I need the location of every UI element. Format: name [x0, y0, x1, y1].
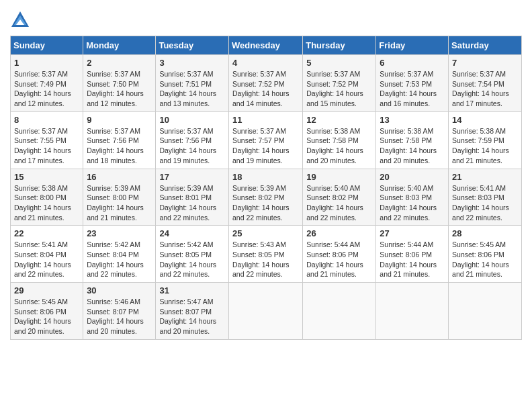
calendar-cell: 13Sunrise: 5:38 AM Sunset: 7:58 PM Dayli… — [376, 111, 449, 169]
day-info: Sunrise: 5:38 AM Sunset: 7:58 PM Dayligh… — [306, 126, 372, 166]
calendar-cell: 9Sunrise: 5:37 AM Sunset: 7:56 PM Daylig… — [83, 111, 156, 169]
day-number: 8 — [14, 115, 79, 125]
day-number: 29 — [14, 285, 79, 295]
calendar-cell: 21Sunrise: 5:41 AM Sunset: 8:03 PM Dayli… — [449, 169, 522, 226]
day-number: 17 — [159, 172, 225, 182]
day-info: Sunrise: 5:41 AM Sunset: 8:04 PM Dayligh… — [14, 240, 79, 279]
day-info: Sunrise: 5:37 AM Sunset: 7:50 PM Dayligh… — [87, 69, 152, 109]
day-number: 31 — [159, 285, 225, 295]
calendar-cell: 12Sunrise: 5:38 AM Sunset: 7:58 PM Dayli… — [303, 111, 376, 169]
day-info: Sunrise: 5:37 AM Sunset: 7:49 PM Dayligh… — [14, 69, 79, 109]
day-info: Sunrise: 5:37 AM Sunset: 7:52 PM Dayligh… — [306, 69, 372, 109]
calendar-cell — [303, 283, 376, 340]
calendar-cell: 10Sunrise: 5:37 AM Sunset: 7:56 PM Dayli… — [156, 111, 229, 169]
calendar-cell: 16Sunrise: 5:39 AM Sunset: 8:00 PM Dayli… — [83, 169, 156, 226]
calendar-cell: 26Sunrise: 5:44 AM Sunset: 8:06 PM Dayli… — [303, 226, 376, 283]
day-info: Sunrise: 5:42 AM Sunset: 8:04 PM Dayligh… — [87, 240, 152, 279]
day-info: Sunrise: 5:46 AM Sunset: 8:07 PM Dayligh… — [87, 297, 152, 336]
day-number: 5 — [306, 58, 372, 68]
calendar-cell: 3Sunrise: 5:37 AM Sunset: 7:51 PM Daylig… — [156, 55, 229, 112]
day-number: 18 — [232, 172, 299, 182]
day-info: Sunrise: 5:45 AM Sunset: 8:06 PM Dayligh… — [14, 297, 79, 336]
day-number: 10 — [159, 115, 225, 125]
day-number: 25 — [232, 228, 299, 238]
week-row-3: 15Sunrise: 5:38 AM Sunset: 8:00 PM Dayli… — [11, 169, 522, 226]
day-number: 3 — [159, 58, 225, 68]
week-row-4: 22Sunrise: 5:41 AM Sunset: 8:04 PM Dayli… — [11, 226, 522, 283]
day-info: Sunrise: 5:37 AM Sunset: 7:53 PM Dayligh… — [380, 69, 445, 109]
calendar-cell: 30Sunrise: 5:46 AM Sunset: 8:07 PM Dayli… — [83, 283, 156, 340]
day-info: Sunrise: 5:37 AM Sunset: 7:52 PM Dayligh… — [232, 69, 299, 109]
header-monday: Monday — [83, 36, 156, 55]
calendar-cell: 22Sunrise: 5:41 AM Sunset: 8:04 PM Dayli… — [11, 226, 83, 283]
header-friday: Friday — [376, 36, 449, 55]
calendar-cell: 20Sunrise: 5:40 AM Sunset: 8:03 PM Dayli… — [376, 169, 449, 226]
day-info: Sunrise: 5:44 AM Sunset: 8:06 PM Dayligh… — [380, 240, 445, 279]
calendar-cell: 4Sunrise: 5:37 AM Sunset: 7:52 PM Daylig… — [228, 55, 302, 112]
calendar-cell: 24Sunrise: 5:42 AM Sunset: 8:05 PM Dayli… — [156, 226, 229, 283]
day-number: 15 — [14, 172, 79, 182]
day-number: 6 — [380, 58, 445, 68]
day-number: 13 — [380, 115, 445, 125]
week-row-2: 8Sunrise: 5:37 AM Sunset: 7:55 PM Daylig… — [11, 111, 522, 169]
day-info: Sunrise: 5:45 AM Sunset: 8:06 PM Dayligh… — [452, 240, 518, 279]
day-number: 20 — [380, 172, 445, 182]
calendar-cell: 29Sunrise: 5:45 AM Sunset: 8:06 PM Dayli… — [11, 283, 83, 340]
day-info: Sunrise: 5:41 AM Sunset: 8:03 PM Dayligh… — [452, 183, 518, 223]
calendar-cell — [228, 283, 302, 340]
calendar-cell: 15Sunrise: 5:38 AM Sunset: 8:00 PM Dayli… — [11, 169, 83, 226]
day-info: Sunrise: 5:40 AM Sunset: 8:03 PM Dayligh… — [380, 183, 445, 223]
day-number: 23 — [87, 228, 152, 238]
day-info: Sunrise: 5:40 AM Sunset: 8:02 PM Dayligh… — [306, 183, 372, 223]
header — [10, 7, 522, 30]
calendar-cell — [449, 283, 522, 340]
calendar-cell: 14Sunrise: 5:38 AM Sunset: 7:59 PM Dayli… — [449, 111, 522, 169]
day-info: Sunrise: 5:42 AM Sunset: 8:05 PM Dayligh… — [159, 240, 225, 279]
logo-icon — [10, 10, 30, 30]
day-number: 2 — [87, 58, 152, 68]
header-sunday: Sunday — [11, 36, 83, 55]
day-info: Sunrise: 5:44 AM Sunset: 8:06 PM Dayligh… — [306, 240, 372, 279]
header-thursday: Thursday — [303, 36, 376, 55]
week-row-5: 29Sunrise: 5:45 AM Sunset: 8:06 PM Dayli… — [11, 283, 522, 340]
day-number: 7 — [452, 58, 518, 68]
logo — [10, 10, 33, 30]
day-number: 16 — [87, 172, 152, 182]
day-info: Sunrise: 5:38 AM Sunset: 8:00 PM Dayligh… — [14, 183, 79, 223]
day-info: Sunrise: 5:37 AM Sunset: 7:51 PM Dayligh… — [159, 69, 225, 109]
day-number: 30 — [87, 285, 152, 295]
day-number: 12 — [306, 115, 372, 125]
day-info: Sunrise: 5:39 AM Sunset: 8:02 PM Dayligh… — [232, 183, 299, 223]
day-info: Sunrise: 5:37 AM Sunset: 7:54 PM Dayligh… — [452, 69, 518, 109]
day-info: Sunrise: 5:37 AM Sunset: 7:56 PM Dayligh… — [87, 126, 152, 166]
day-number: 14 — [452, 115, 518, 125]
calendar-cell: 25Sunrise: 5:43 AM Sunset: 8:05 PM Dayli… — [228, 226, 302, 283]
calendar-cell: 6Sunrise: 5:37 AM Sunset: 7:53 PM Daylig… — [376, 55, 449, 112]
calendar-table: SundayMondayTuesdayWednesdayThursdayFrid… — [10, 36, 522, 340]
header-saturday: Saturday — [449, 36, 522, 55]
day-info: Sunrise: 5:38 AM Sunset: 7:59 PM Dayligh… — [452, 126, 518, 166]
calendar-cell: 28Sunrise: 5:45 AM Sunset: 8:06 PM Dayli… — [449, 226, 522, 283]
day-info: Sunrise: 5:39 AM Sunset: 8:01 PM Dayligh… — [159, 183, 225, 223]
calendar-cell: 7Sunrise: 5:37 AM Sunset: 7:54 PM Daylig… — [449, 55, 522, 112]
day-info: Sunrise: 5:43 AM Sunset: 8:05 PM Dayligh… — [232, 240, 299, 279]
calendar-cell: 17Sunrise: 5:39 AM Sunset: 8:01 PM Dayli… — [156, 169, 229, 226]
calendar-cell: 11Sunrise: 5:37 AM Sunset: 7:57 PM Dayli… — [228, 111, 302, 169]
header-row: SundayMondayTuesdayWednesdayThursdayFrid… — [11, 36, 522, 55]
day-info: Sunrise: 5:37 AM Sunset: 7:56 PM Dayligh… — [159, 126, 225, 166]
calendar-cell: 8Sunrise: 5:37 AM Sunset: 7:55 PM Daylig… — [11, 111, 83, 169]
calendar-cell: 2Sunrise: 5:37 AM Sunset: 7:50 PM Daylig… — [83, 55, 156, 112]
day-info: Sunrise: 5:37 AM Sunset: 7:55 PM Dayligh… — [14, 126, 79, 166]
day-number: 19 — [306, 172, 372, 182]
day-number: 26 — [306, 228, 372, 238]
day-info: Sunrise: 5:39 AM Sunset: 8:00 PM Dayligh… — [87, 183, 152, 223]
day-number: 4 — [232, 58, 299, 68]
day-number: 27 — [380, 228, 445, 238]
day-number: 21 — [452, 172, 518, 182]
day-info: Sunrise: 5:38 AM Sunset: 7:58 PM Dayligh… — [380, 126, 445, 166]
calendar-cell: 27Sunrise: 5:44 AM Sunset: 8:06 PM Dayli… — [376, 226, 449, 283]
day-number: 1 — [14, 58, 79, 68]
calendar-cell: 19Sunrise: 5:40 AM Sunset: 8:02 PM Dayli… — [303, 169, 376, 226]
day-number: 28 — [452, 228, 518, 238]
calendar-cell: 23Sunrise: 5:42 AM Sunset: 8:04 PM Dayli… — [83, 226, 156, 283]
